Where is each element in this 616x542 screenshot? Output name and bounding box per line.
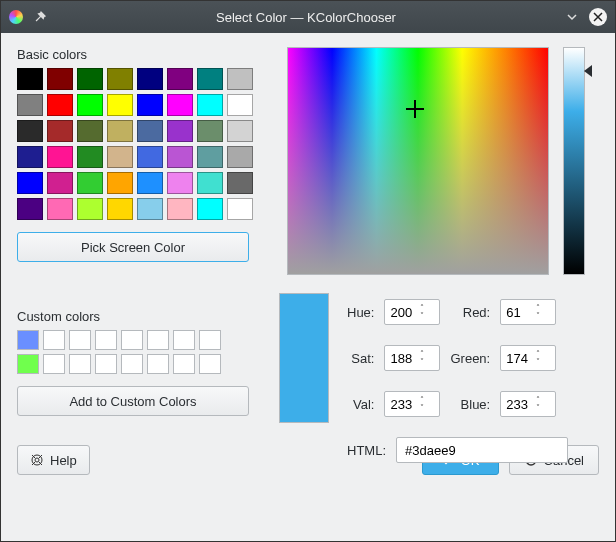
custom-swatch[interactable] xyxy=(199,330,221,350)
basic-swatch[interactable] xyxy=(17,68,43,90)
basic-swatch[interactable] xyxy=(107,146,133,168)
basic-swatch[interactable] xyxy=(137,120,163,142)
green-down-icon[interactable]: ˅ xyxy=(536,358,540,366)
basic-swatch[interactable] xyxy=(107,120,133,142)
basic-swatch[interactable] xyxy=(77,120,103,142)
basic-swatch[interactable] xyxy=(167,94,193,116)
basic-swatch[interactable] xyxy=(227,94,253,116)
basic-swatch[interactable] xyxy=(227,146,253,168)
red-down-icon[interactable]: ˅ xyxy=(536,312,540,320)
basic-swatch[interactable] xyxy=(17,146,43,168)
basic-swatch[interactable] xyxy=(77,198,103,220)
minimize-icon[interactable] xyxy=(565,10,579,24)
custom-swatch[interactable] xyxy=(17,354,39,374)
basic-swatch[interactable] xyxy=(197,94,223,116)
basic-swatch[interactable] xyxy=(107,198,133,220)
sat-stepper[interactable]: ˄˅ xyxy=(384,345,440,371)
basic-swatch[interactable] xyxy=(107,172,133,194)
basic-swatch[interactable] xyxy=(47,68,73,90)
basic-swatch[interactable] xyxy=(47,198,73,220)
val-down-icon[interactable]: ˅ xyxy=(420,404,424,412)
hue-down-icon[interactable]: ˅ xyxy=(420,312,424,320)
basic-swatch[interactable] xyxy=(197,172,223,194)
green-input[interactable] xyxy=(501,351,531,366)
custom-swatch[interactable] xyxy=(121,354,143,374)
basic-swatch[interactable] xyxy=(47,94,73,116)
add-to-custom-colors-button[interactable]: Add to Custom Colors xyxy=(17,386,249,416)
pick-screen-color-button[interactable]: Pick Screen Color xyxy=(17,232,249,262)
green-stepper[interactable]: ˄˅ xyxy=(500,345,556,371)
basic-swatch[interactable] xyxy=(197,198,223,220)
sat-label: Sat: xyxy=(347,351,374,366)
custom-swatch[interactable] xyxy=(147,330,169,350)
hue-stepper[interactable]: ˄˅ xyxy=(384,299,440,325)
basic-swatch[interactable] xyxy=(167,198,193,220)
basic-colors-label: Basic colors xyxy=(17,47,269,62)
basic-swatch[interactable] xyxy=(197,120,223,142)
color-preview xyxy=(279,293,329,423)
blue-stepper[interactable]: ˄˅ xyxy=(500,391,556,417)
custom-swatch[interactable] xyxy=(17,330,39,350)
close-icon[interactable] xyxy=(589,8,607,26)
basic-swatch[interactable] xyxy=(197,146,223,168)
basic-swatch[interactable] xyxy=(137,94,163,116)
val-stepper[interactable]: ˄˅ xyxy=(384,391,440,417)
basic-swatch[interactable] xyxy=(77,172,103,194)
val-input[interactable] xyxy=(385,397,415,412)
basic-swatch[interactable] xyxy=(77,94,103,116)
basic-swatch[interactable] xyxy=(137,146,163,168)
basic-swatch[interactable] xyxy=(167,120,193,142)
custom-swatch[interactable] xyxy=(199,354,221,374)
basic-swatch[interactable] xyxy=(227,68,253,90)
help-label: Help xyxy=(50,453,77,468)
blue-input[interactable] xyxy=(501,397,531,412)
basic-swatch[interactable] xyxy=(77,146,103,168)
basic-swatch[interactable] xyxy=(227,198,253,220)
color-gradient-picker[interactable] xyxy=(287,47,549,275)
custom-swatch[interactable] xyxy=(147,354,169,374)
value-slider[interactable] xyxy=(563,47,585,275)
custom-swatch[interactable] xyxy=(121,330,143,350)
custom-swatch[interactable] xyxy=(95,354,117,374)
sat-down-icon[interactable]: ˅ xyxy=(420,358,424,366)
custom-swatch[interactable] xyxy=(69,354,91,374)
hue-input[interactable] xyxy=(385,305,415,320)
app-icon xyxy=(9,10,23,24)
crosshair-icon xyxy=(406,100,424,118)
custom-swatch[interactable] xyxy=(43,330,65,350)
basic-swatch[interactable] xyxy=(47,172,73,194)
custom-swatch[interactable] xyxy=(173,354,195,374)
red-stepper[interactable]: ˄˅ xyxy=(500,299,556,325)
value-slider-handle-icon[interactable] xyxy=(584,65,592,77)
basic-swatch[interactable] xyxy=(137,172,163,194)
help-button[interactable]: Help xyxy=(17,445,90,475)
custom-swatch[interactable] xyxy=(173,330,195,350)
basic-swatch[interactable] xyxy=(17,120,43,142)
basic-swatch[interactable] xyxy=(137,198,163,220)
html-input[interactable] xyxy=(396,437,568,463)
basic-swatch[interactable] xyxy=(17,172,43,194)
hue-label: Hue: xyxy=(347,305,374,320)
basic-swatch[interactable] xyxy=(77,68,103,90)
basic-swatch[interactable] xyxy=(167,146,193,168)
basic-swatch[interactable] xyxy=(167,68,193,90)
basic-swatch[interactable] xyxy=(227,120,253,142)
basic-swatch[interactable] xyxy=(17,94,43,116)
basic-swatch[interactable] xyxy=(47,120,73,142)
basic-swatch[interactable] xyxy=(47,146,73,168)
basic-swatch[interactable] xyxy=(107,94,133,116)
basic-swatch[interactable] xyxy=(227,172,253,194)
custom-swatch[interactable] xyxy=(95,330,117,350)
basic-swatch[interactable] xyxy=(107,68,133,90)
basic-colors-grid xyxy=(17,68,269,220)
basic-swatch[interactable] xyxy=(137,68,163,90)
basic-swatch[interactable] xyxy=(197,68,223,90)
pin-icon[interactable] xyxy=(33,10,47,24)
sat-input[interactable] xyxy=(385,351,415,366)
red-input[interactable] xyxy=(501,305,531,320)
basic-swatch[interactable] xyxy=(17,198,43,220)
basic-swatch[interactable] xyxy=(167,172,193,194)
blue-down-icon[interactable]: ˅ xyxy=(536,404,540,412)
custom-swatch[interactable] xyxy=(43,354,65,374)
custom-swatch[interactable] xyxy=(69,330,91,350)
